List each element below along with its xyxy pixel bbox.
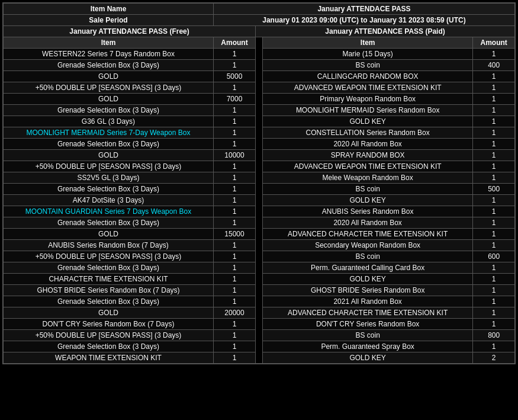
- free-item-amount: 1: [213, 274, 255, 285]
- free-item-amount: 1: [213, 195, 255, 206]
- table-row: Grenade Selection Box (3 Days)12020 All …: [3, 139, 515, 150]
- paid-item-name: ANUBIS Series Random Box: [262, 206, 472, 217]
- table-row: SS2V5 GL (3 Days)1Melee Weapon Random Bo…: [3, 172, 515, 184]
- paid-item-amount: 1: [473, 49, 515, 60]
- table-row: WESTERN22 Series 7 Days Random Box1Marie…: [3, 49, 515, 60]
- paid-item-amount: 1: [473, 161, 515, 172]
- paid-item-name: GOLD KEY: [262, 116, 472, 127]
- paid-item-name: ADVANCED CHARACTER TIME EXTENSION KIT: [262, 229, 472, 240]
- free-item-amount: 1: [213, 240, 255, 251]
- paid-item-name: ADVANCED WEAPON TIME EXTENSION KIT: [262, 161, 472, 172]
- paid-header: January ATTENDANCE PASS (Paid): [256, 26, 515, 37]
- table-row: ANUBIS Series Random Box (7 Days)1Second…: [3, 240, 515, 251]
- paid-item-amount: 1: [473, 307, 515, 319]
- free-amount-col-header: Amount: [213, 37, 255, 49]
- free-item-amount: 5000: [213, 71, 255, 82]
- table-row: Grenade Selection Box (3 Days)1BS coin40…: [3, 60, 515, 71]
- free-item-name: Grenade Selection Box (3 Days): [3, 105, 213, 116]
- free-item-amount: 1: [213, 319, 255, 330]
- table-row: GOLD5000CALLINGCARD RANDOM BOX1: [3, 71, 515, 82]
- data-rows: WESTERN22 Series 7 Days Random Box1Marie…: [3, 49, 515, 364]
- paid-item-name: CALLINGCARD RANDOM BOX: [262, 71, 472, 82]
- table-row: GOLD7000Primary Weapon Random Box1: [3, 94, 515, 105]
- table-row: MOONLIGHT MERMAID Series 7-Day Weapon Bo…: [3, 127, 515, 139]
- paid-item-name: GOLD KEY: [262, 352, 472, 364]
- table-row: WEAPON TIME EXTENSION KIT1GOLD KEY2: [3, 352, 515, 364]
- paid-item-name: GOLD KEY: [262, 195, 472, 206]
- free-item-name: WESTERN22 Series 7 Days Random Box: [3, 49, 213, 60]
- paid-item-name: Melee Weapon Random Box: [262, 172, 472, 184]
- table-row: GHOST BRIDE Series Random Box (7 Days)1G…: [3, 285, 515, 296]
- paid-item-name: ADVANCED WEAPON TIME EXTENSION KIT: [262, 82, 472, 94]
- free-item-name: CHARACTER TIME EXTENSION KIT: [3, 274, 213, 285]
- free-item-name: GOLD: [3, 150, 213, 161]
- free-item-amount: 1: [213, 352, 255, 364]
- paid-item-name: GOLD KEY: [262, 274, 472, 285]
- free-item-amount: 1: [213, 127, 255, 139]
- paid-item-col-header: Item: [262, 37, 472, 49]
- free-item-amount: 1: [213, 82, 255, 94]
- table-row: +50% DOUBLE UP [SEASON PASS] (3 Days)1AD…: [3, 161, 515, 172]
- paid-item-amount: 1: [473, 172, 515, 184]
- title-row: Item Name January ATTENDACE PASS: [3, 3, 515, 15]
- table-row: Grenade Selection Box (3 Days)1Perm. Gua…: [3, 262, 515, 274]
- free-item-name: GOLD: [3, 71, 213, 82]
- table-row: CHARACTER TIME EXTENSION KIT1GOLD KEY1: [3, 274, 515, 285]
- free-item-name: Grenade Selection Box (3 Days): [3, 184, 213, 195]
- table-row: MOONTAIN GUARDIAN Series 7 Days Weapon B…: [3, 206, 515, 217]
- free-item-amount: 1: [213, 330, 255, 341]
- paid-item-amount: 1: [473, 274, 515, 285]
- free-item-name: Grenade Selection Box (3 Days): [3, 341, 213, 352]
- table-row: GOLD10000SPRAY RANDOM BOX1: [3, 150, 515, 161]
- table-row: AK47 DotSite (3 Days)1GOLD KEY1: [3, 195, 515, 206]
- table-row: +50% DOUBLE UP [SEASON PASS] (3 Days)1BS…: [3, 251, 515, 262]
- free-item-col-header: Item: [3, 37, 213, 49]
- paid-item-name: Primary Weapon Random Box: [262, 94, 472, 105]
- paid-item-name: Marie (15 Days): [262, 49, 472, 60]
- paid-item-name: BS coin: [262, 60, 472, 71]
- paid-item-name: BS coin: [262, 184, 472, 195]
- free-item-amount: 1: [213, 341, 255, 352]
- paid-item-amount: 600: [473, 251, 515, 262]
- paid-item-name: 2020 All Random Box: [262, 217, 472, 229]
- paid-item-amount: 1: [473, 296, 515, 307]
- free-item-name: ANUBIS Series Random Box (7 Days): [3, 240, 213, 251]
- item-name-label: Item Name: [3, 3, 213, 15]
- free-item-name: WEAPON TIME EXTENSION KIT: [3, 352, 213, 364]
- paid-item-name: BS coin: [262, 251, 472, 262]
- free-item-name: Grenade Selection Box (3 Days): [3, 217, 213, 229]
- free-item-name: SS2V5 GL (3 Days): [3, 172, 213, 184]
- table-row: DON'T CRY Series Random Box (7 Days)1DON…: [3, 319, 515, 330]
- paid-item-name: 2020 All Random Box: [262, 139, 472, 150]
- table-row: +50% DOUBLE UP [SEASON PASS] (3 Days)1AD…: [3, 82, 515, 94]
- free-item-amount: 1: [213, 161, 255, 172]
- free-item-name: Grenade Selection Box (3 Days): [3, 262, 213, 274]
- paid-item-amount: 1: [473, 206, 515, 217]
- free-item-amount: 1: [213, 262, 255, 274]
- paid-item-amount: 1: [473, 139, 515, 150]
- paid-item-name: Perm. Guaranteed Spray Box: [262, 341, 472, 352]
- table-row: +50% DOUBLE UP [SEASON PASS] (3 Days)1BS…: [3, 330, 515, 341]
- sale-period-value: January 01 2023 09:00 (UTC) to January 3…: [213, 15, 515, 26]
- paid-item-amount: 1: [473, 150, 515, 161]
- free-item-amount: 1: [213, 116, 255, 127]
- free-item-amount: 10000: [213, 150, 255, 161]
- paid-item-amount: 400: [473, 60, 515, 71]
- table-row: Grenade Selection Box (3 Days)12020 All …: [3, 217, 515, 229]
- free-item-name: G36 GL (3 Days): [3, 116, 213, 127]
- paid-item-amount: 1: [473, 71, 515, 82]
- free-item-amount: 1: [213, 60, 255, 71]
- free-item-amount: 1: [213, 285, 255, 296]
- free-item-name: Grenade Selection Box (3 Days): [3, 296, 213, 307]
- free-item-amount: 1: [213, 296, 255, 307]
- free-item-amount: 15000: [213, 229, 255, 240]
- free-item-name: GOLD: [3, 94, 213, 105]
- paid-item-amount: 500: [473, 184, 515, 195]
- free-item-name: +50% DOUBLE UP [SEASON PASS] (3 Days): [3, 330, 213, 341]
- free-item-amount: 1: [213, 139, 255, 150]
- paid-item-name: SPRAY RANDOM BOX: [262, 150, 472, 161]
- paid-item-amount: 1: [473, 105, 515, 116]
- free-item-amount: 1: [213, 49, 255, 60]
- free-item-amount: 1: [213, 217, 255, 229]
- paid-item-amount: 1: [473, 217, 515, 229]
